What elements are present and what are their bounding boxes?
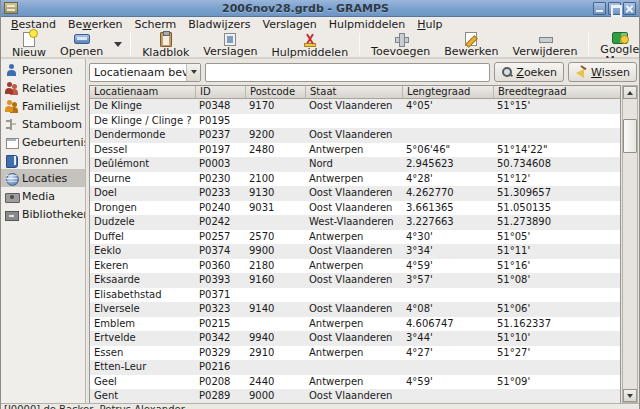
table-cell: Ertvelde (90, 331, 195, 346)
table-row[interactable]: De Klinge / Clinge ?P0195 (90, 114, 620, 129)
table-row[interactable]: DesselP01972480Antwerpen5°06'46"51°14'22… (90, 143, 620, 158)
table-cell: 4°28' (402, 172, 493, 187)
chevron-down-icon[interactable] (186, 64, 200, 81)
table-row[interactable]: EmblemP0215Antwerpen4.60674751.162337 (90, 317, 620, 332)
column-header-staat[interactable]: Staat (305, 86, 402, 98)
table-row[interactable]: EkerenP03602180Antwerpen4°59'51°16' (90, 259, 620, 274)
table-cell: 51°05' (493, 230, 620, 245)
toolbar-button-toevoegen[interactable]: Toevoegen (364, 31, 437, 57)
table-cell: P0393 (195, 273, 245, 288)
toolbar-button-kladblok[interactable]: Kladblok (135, 31, 196, 57)
table-cell: 50.734608 (493, 157, 620, 172)
sidebar-item-locaties[interactable]: Locaties (1, 169, 85, 187)
vertical-scrollbar[interactable] (622, 85, 638, 403)
toolbar-button-verwijderen[interactable]: Verwijderen (506, 31, 585, 57)
table-cell: Antwerpen (305, 346, 402, 361)
menu-item-verslagen[interactable]: Verslagen (256, 18, 322, 31)
sidebar-item-media[interactable]: Media (1, 187, 85, 205)
scroll-down-icon[interactable] (623, 389, 637, 402)
table-row[interactable]: DrongenP02409031Oost Vlaanderen3.6613655… (90, 201, 620, 216)
close-button[interactable] (623, 2, 636, 15)
menu-item-hulp[interactable]: Hulp (411, 18, 448, 31)
sidebar-item-personen[interactable]: Personen (1, 61, 85, 79)
table-row[interactable]: EksaardeP03939160Oost Vlaanderen3°57'51°… (90, 273, 620, 288)
sidebar-item-gebeurtenissen[interactable]: Gebeurtenissen (1, 133, 85, 151)
title-bar[interactable]: 2006nov28.grdb - GRAMPS (1, 0, 639, 17)
table-cell: 9200 (245, 128, 305, 143)
toolbar-button-openen[interactable]: Openen (53, 31, 110, 57)
table-cell: P0233 (195, 186, 245, 201)
table-cell: Nord (305, 157, 402, 172)
table-cell: 9000 (245, 389, 305, 403)
toolbar-button-google-maps[interactable]: Google Maps (593, 31, 640, 57)
minimize-button[interactable] (593, 2, 606, 15)
menu-item-bewerken[interactable]: Bewerken (62, 18, 128, 31)
sidebar-item-stamboom[interactable]: Stamboom (1, 115, 85, 133)
clear-button[interactable]: Wissen (568, 62, 637, 82)
table-row[interactable]: Etten-LeurP0216 (90, 360, 620, 375)
table-cell: 3.227663 (402, 215, 493, 230)
search-button[interactable]: Zoeken (494, 62, 564, 82)
table-cell: Duffel (90, 230, 195, 245)
table-cell: 9140 (245, 302, 305, 317)
sidebar-item-familielijst[interactable]: Familielijst (1, 97, 85, 115)
column-header-locatienaam[interactable]: Locatienaam (90, 86, 195, 98)
table-row[interactable]: ErtveldeP03429940Oost Vlaanderen3°44'51°… (90, 331, 620, 346)
filter-field-selector-value: Locatienaam bevat (90, 64, 186, 81)
table-row[interactable]: DuffelP02572570Antwerpen4°30'51°05' (90, 230, 620, 245)
sidebar-item-bronnen[interactable]: Bronnen (1, 151, 85, 169)
scroll-up-icon[interactable] (623, 86, 637, 99)
table-cell: P0237 (195, 128, 245, 143)
search-input[interactable] (205, 63, 490, 82)
column-header-lengtegraad[interactable]: Lengtegraad (402, 86, 493, 98)
table-cell: Dendermonde (90, 128, 195, 143)
table-cell: Deurne (90, 172, 195, 187)
table-row[interactable]: DeûlémontP0003Nord2.94562350.734608 (90, 157, 620, 172)
table-row[interactable]: DoelP02339130Oost Vlaanderen4.26277051.3… (90, 186, 620, 201)
sidebar-item-label: Relaties (22, 82, 66, 95)
table-row[interactable]: De KlingeP03489170Oost Vlaanderen4°05'51… (90, 99, 620, 114)
sidebar-item-relaties[interactable]: Relaties (1, 79, 85, 97)
window-title: 2006nov28.grdb - GRAMPS (18, 2, 593, 15)
scrollbar-thumb[interactable] (623, 119, 637, 153)
toolbar-button-bewerken[interactable]: Bewerken (437, 31, 505, 57)
table-cell: P0208 (195, 375, 245, 390)
table-row[interactable]: GeelP02082440Antwerpen4°59'51°09' (90, 375, 620, 390)
table-cell: Eeklo (90, 244, 195, 259)
chevron-down-icon[interactable] (110, 31, 126, 57)
table-cell (305, 360, 402, 375)
table-row[interactable]: GentP02899000Oost Vlaanderen (90, 389, 620, 403)
table-cell: 3°57' (402, 273, 493, 288)
sidebar-item-label: Gebeurtenissen (22, 136, 85, 149)
table-row[interactable]: ElisabethstadP0371 (90, 288, 620, 303)
table-row[interactable]: DendermondeP02379200Oost Vlaanderen (90, 128, 620, 143)
table-cell: 51°10' (493, 331, 620, 346)
table-cell: 51°14'22" (493, 143, 620, 158)
menu-item-bladwijzers[interactable]: Bladwijzers (182, 18, 256, 31)
table-row[interactable]: EekloP03749900Oost Vlaanderen3°34'51°11' (90, 244, 620, 259)
column-header-id[interactable]: ID (195, 86, 245, 98)
table-cell: P0216 (195, 360, 245, 375)
column-header-breedtegraad[interactable]: Breedtegraad (493, 86, 620, 98)
table-cell: P0240 (195, 201, 245, 216)
table-cell: Etten-Leur (90, 360, 195, 375)
filter-field-selector[interactable]: Locatienaam bevat (89, 63, 201, 82)
table-cell: 51.162337 (493, 317, 620, 332)
toolbar-button-hulpmiddelen[interactable]: Hulpmiddelen (265, 31, 356, 57)
column-header-postcode[interactable]: Postcode (245, 86, 305, 98)
table-cell (402, 389, 493, 403)
table-cell: Oost Vlaanderen (305, 244, 402, 259)
table-cell (305, 114, 402, 129)
table-row[interactable]: ElverseleP03239140Oost Vlaanderen4°08'51… (90, 302, 620, 317)
table-row[interactable]: DudzeleP0242West-Vlaanderen3.22766351.27… (90, 215, 620, 230)
maximize-button[interactable] (608, 2, 621, 15)
menu-item-hulpmiddelen[interactable]: Hulpmiddelen (323, 18, 412, 31)
menu-item-scherm[interactable]: Scherm (128, 18, 182, 31)
toolbar-button-nieuw[interactable]: Nieuw (5, 31, 53, 57)
toolbar-button-verslagen[interactable]: Verslagen (196, 31, 264, 57)
table-cell: 51°06' (493, 302, 620, 317)
table-cell: Antwerpen (305, 375, 402, 390)
table-row[interactable]: DeurneP02302100Antwerpen4°28'51°12' (90, 172, 620, 187)
table-row[interactable]: EssenP03292910Antwerpen4°27'51°27' (90, 346, 620, 361)
sidebar-item-bibliotheken[interactable]: Bibliotheken (1, 205, 85, 223)
